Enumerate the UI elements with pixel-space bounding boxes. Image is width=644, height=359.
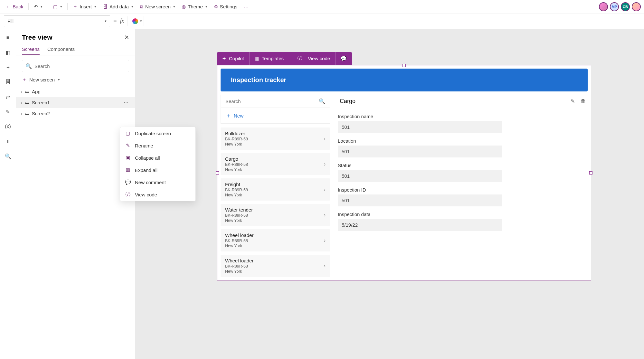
ctx-expand[interactable]: ▦ Expand all: [120, 164, 195, 176]
close-icon[interactable]: ✕: [124, 34, 129, 41]
rail-data-icon[interactable]: 🗄: [3, 77, 14, 88]
list-items: BulldozerBK-R89R-58New York›CargoBK-R89R…: [221, 128, 330, 277]
list-item[interactable]: CargoBK-R89R-58New York›: [221, 153, 330, 175]
fx-icon: fx: [120, 18, 124, 24]
tree-row-screen2[interactable]: › ▭ Screen2: [16, 108, 135, 119]
rail-brush-icon[interactable]: ✎: [3, 106, 14, 117]
avatar[interactable]: [599, 2, 608, 11]
overflow-button[interactable]: ⋯: [241, 3, 251, 11]
list-item-sku: BK-R89R-58: [225, 239, 253, 243]
back-button[interactable]: ← Back: [3, 3, 26, 11]
color-picker-button[interactable]: ▾: [131, 16, 144, 26]
app-icon: ▭: [25, 89, 29, 94]
list-item-sku: BK-R89R-58: [225, 264, 253, 269]
tab-screens[interactable]: Screens: [22, 44, 40, 55]
avatar-initials: MP: [612, 5, 617, 9]
page-button[interactable]: ▢ ▾: [51, 3, 65, 11]
chevron-down-icon: ▾: [205, 5, 207, 9]
data-icon: 🗄: [103, 4, 108, 9]
new-screen-label: New screen: [145, 4, 171, 9]
app-header: Inspection tracker: [221, 69, 588, 91]
rail-tree-icon[interactable]: ◧: [3, 47, 14, 58]
rail-tests-icon[interactable]: ⫿: [3, 136, 14, 147]
list-item[interactable]: Wheel loaderBK-R89R-58New York›: [221, 255, 330, 277]
ctx-duplicate[interactable]: ▢ Duplicate screen: [120, 127, 195, 139]
edit-icon[interactable]: ✎: [571, 98, 575, 104]
search-icon[interactable]: 🔍: [319, 98, 325, 104]
avatar-initials: CB: [623, 5, 628, 9]
avatar[interactable]: CB: [621, 2, 630, 11]
tree-tabs: Screens Components: [16, 44, 135, 55]
ctx-rename[interactable]: ✎ Rename: [120, 139, 195, 152]
delete-icon[interactable]: 🗑: [581, 98, 586, 104]
toolstrip-copilot[interactable]: ✦ Copilot: [217, 52, 250, 65]
undo-icon: ↶: [34, 4, 38, 10]
field-label: Inspection ID: [338, 187, 588, 193]
list-item-loc: New York: [225, 244, 253, 248]
tree-search-box[interactable]: 🔍: [22, 60, 129, 72]
rail-var-icon[interactable]: (x): [3, 121, 14, 132]
property-label: Fill: [7, 18, 14, 24]
copilot-icon: ✦: [222, 56, 226, 61]
more-icon[interactable]: ⋯: [124, 99, 129, 105]
tree-row-app[interactable]: › ▭ App: [16, 86, 135, 97]
toolstrip-templates[interactable]: ▦ Templates: [250, 52, 289, 65]
detail-actions: ✎ 🗑: [571, 98, 586, 104]
app-body: 🔍 ＋ New BulldozerBK-R89R-58New York›Carg…: [217, 95, 591, 280]
ctx-viewcode[interactable]: 〈/〉 View code: [120, 188, 195, 201]
toolstrip-viewcode[interactable]: 〈/〉 View code: [289, 52, 336, 65]
new-screen-link[interactable]: ＋ New screen ▾: [16, 75, 135, 86]
add-data-button[interactable]: 🗄 Add data ▾: [100, 3, 136, 11]
collapse-icon: ▣: [125, 155, 131, 161]
ctx-label: New comment: [135, 180, 166, 185]
plus-icon: ＋: [225, 112, 231, 119]
new-screen-button[interactable]: ⧉ New screen ▾: [137, 3, 178, 11]
detail-field: Location501: [338, 138, 588, 157]
field-value: 501: [338, 146, 502, 157]
selection-handle[interactable]: [589, 171, 592, 175]
settings-button[interactable]: ⚙ Settings: [211, 3, 240, 11]
detail-pane: Cargo ✎ 🗑 Inspection name501Location501S…: [338, 95, 588, 277]
list-item-sku: BK-R89R-58: [225, 137, 248, 141]
chevron-right-icon: ›: [21, 100, 22, 105]
ctx-collapse[interactable]: ▣ Collapse all: [120, 152, 195, 164]
tab-components[interactable]: Components: [47, 44, 75, 55]
rail-search-icon[interactable]: 🔍: [3, 151, 14, 162]
tree-title: Tree view: [22, 33, 52, 41]
main-area: ≡ ◧ ＋ 🗄 ⇄ ✎ (x) ⫿ 🔍 Tree view ✕ Screens …: [0, 29, 644, 359]
avatar[interactable]: MP: [610, 2, 619, 11]
theme-button[interactable]: ◍ Theme ▾: [179, 3, 210, 11]
list-search[interactable]: 🔍: [221, 95, 330, 108]
rail-hamburger[interactable]: ≡: [3, 32, 14, 43]
design-canvas[interactable]: Inspection tracker 🔍 ＋ New BulldozerBK-R…: [217, 65, 591, 280]
selection-handle[interactable]: [402, 64, 406, 67]
new-item-button[interactable]: ＋ New: [221, 108, 330, 124]
undo-button[interactable]: ↶ ▾: [31, 3, 45, 11]
separator: [67, 3, 68, 10]
detail-header: Cargo ✎ 🗑: [338, 95, 588, 109]
back-arrow-icon: ←: [6, 4, 11, 9]
list-item[interactable]: FreightBK-R89R-58New York›: [221, 178, 330, 201]
insert-button[interactable]: ＋ Insert ▾: [70, 2, 99, 11]
screen-icon: ▭: [25, 110, 29, 116]
list-item[interactable]: Wheel loaderBK-R89R-58New York›: [221, 229, 330, 251]
ctx-comment[interactable]: 💬 New comment: [120, 176, 195, 188]
rail-flow-icon[interactable]: ⇄: [3, 91, 14, 102]
tree-row-screen1[interactable]: › ▭ Screen1 ⋯: [16, 97, 135, 108]
canvas-toolstrip: ✦ Copilot ▦ Templates 〈/〉 View code 💬: [217, 52, 352, 65]
selection-handle[interactable]: [216, 171, 219, 175]
toolstrip-label: View code: [308, 56, 330, 61]
chevron-right-icon: ›: [324, 263, 326, 269]
page-icon: ▢: [53, 4, 58, 10]
plus-icon: ＋: [73, 4, 78, 10]
list-item[interactable]: Water tenderBK-R89R-58New York›: [221, 204, 330, 226]
ctx-label: View code: [135, 192, 157, 197]
tree-search-input[interactable]: [34, 63, 126, 69]
toolstrip-chat[interactable]: 💬: [336, 52, 352, 65]
chevron-down-icon: ▾: [140, 19, 142, 23]
avatar[interactable]: [632, 2, 641, 11]
rail-plus-icon[interactable]: ＋: [3, 62, 14, 73]
list-search-input[interactable]: [225, 99, 319, 104]
list-item[interactable]: BulldozerBK-R89R-58New York›: [221, 128, 330, 150]
property-selector[interactable]: Fill ▾: [4, 15, 110, 27]
